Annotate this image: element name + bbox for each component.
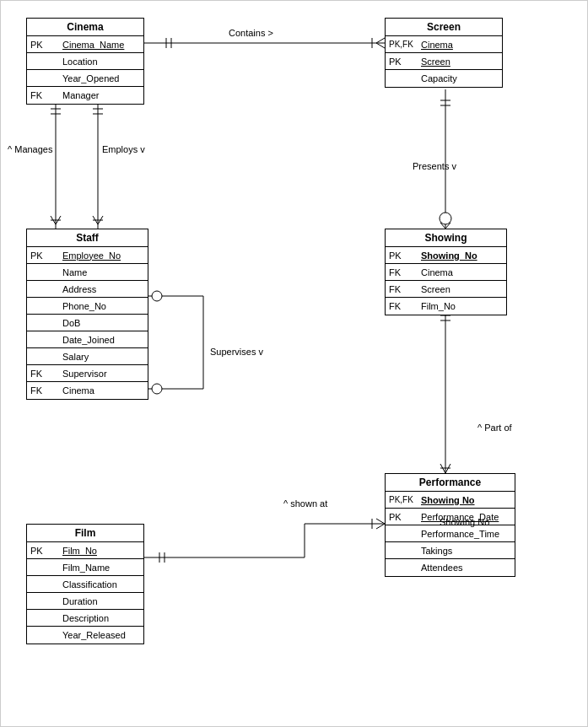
film-row-3: Duration (27, 593, 143, 610)
part-of-label: ^ Part of (477, 423, 512, 433)
presents-label: Presents v (413, 161, 456, 171)
cinema-entity: Cinema PK Cinema_Name Location Year_Open… (26, 18, 144, 105)
showing-title: Showing (386, 229, 506, 247)
svg-line-15 (93, 216, 98, 224)
svg-line-4 (376, 43, 385, 48)
showing-field-0: Showing_No (421, 250, 503, 261)
svg-point-28 (440, 213, 451, 224)
svg-line-43 (376, 524, 385, 529)
supervises-label: Supervises v (210, 347, 263, 357)
screen-title: Screen (386, 19, 502, 36)
cinema-field-1: Location (62, 57, 140, 67)
cinema-row-2: Year_Opened (27, 70, 143, 87)
film-title: Film (27, 525, 143, 542)
showing-field-3: Film_No (421, 301, 503, 311)
svg-line-9 (51, 216, 56, 224)
film-row-4: Description (27, 610, 143, 627)
staff-entity: Staff PK Employee_No Name Address Phone_… (26, 229, 148, 400)
staff-title: Staff (27, 229, 148, 247)
cinema-field-3: Manager (62, 90, 140, 100)
screen-key-1: PK (389, 57, 421, 67)
performance-field-2: Performance_Time (421, 529, 511, 539)
staff-row-7: FK Supervisor (27, 365, 148, 382)
shown-at-label: ^ shown at (283, 498, 327, 509)
svg-line-16 (98, 216, 103, 224)
screen-entity: Screen PK,FK Cinema PK Screen Capacity (385, 18, 503, 88)
screen-row-0: PK,FK Cinema (386, 36, 502, 53)
screen-field-1: Screen (421, 57, 499, 67)
employs-label: Employs v (102, 144, 145, 154)
staff-key-8: FK (30, 385, 62, 396)
svg-point-21 (152, 291, 162, 301)
film-key-0: PK (30, 546, 62, 556)
performance-row-4: Attendees (386, 559, 515, 576)
staff-row-8: FK Cinema (27, 382, 148, 399)
film-field-2: Classification (62, 579, 140, 590)
contains-label: Contains > (229, 28, 273, 38)
showing-field-2: Screen (421, 284, 503, 294)
svg-line-29 (440, 223, 445, 229)
staff-field-3: Phone_No (62, 301, 144, 311)
svg-line-30 (445, 223, 450, 229)
staff-row-3: Phone_No (27, 298, 148, 315)
screen-row-2: Capacity (386, 70, 502, 87)
staff-key-7: FK (30, 369, 62, 379)
showing-entity: Showing PK Showing_No FK Cinema FK Scree… (385, 229, 507, 315)
cinema-row-3: FK Manager (27, 87, 143, 104)
staff-row-0: PK Employee_No (27, 247, 148, 264)
performance-field-4: Attendees (421, 563, 511, 573)
performance-row-2: Performance_Time (386, 525, 515, 542)
showing-row-3: FK Film_No (386, 298, 506, 315)
cinema-key-0: PK (30, 40, 62, 50)
performance-field-0: Showing No (421, 495, 511, 505)
cinema-field-2: Year_Opened (62, 73, 140, 83)
diagram-container: Contains > ^ Manages Employs v Supervise… (0, 0, 588, 727)
staff-field-0: Employee_No (62, 250, 144, 261)
performance-row-0: PK,FK Showing No (386, 492, 515, 509)
screen-row-1: PK Screen (386, 53, 502, 70)
showing-row-0: PK Showing_No (386, 247, 506, 264)
screen-key-0: PK,FK (389, 40, 421, 49)
staff-row-6: Salary (27, 348, 148, 365)
staff-field-6: Salary (62, 352, 144, 362)
showing-key-3: FK (389, 301, 421, 311)
svg-point-22 (152, 384, 162, 394)
staff-row-2: Address (27, 281, 148, 298)
film-field-1: Film_Name (62, 563, 140, 573)
staff-field-2: Address (62, 284, 144, 294)
showing-row-2: FK Screen (386, 281, 506, 298)
film-field-0: Film_No (62, 546, 140, 556)
screen-field-0: Cinema (421, 40, 499, 50)
svg-line-3 (376, 38, 385, 43)
film-field-3: Duration (62, 596, 140, 606)
cinema-title: Cinema (27, 19, 143, 36)
performance-key-0: PK,FK (389, 495, 421, 504)
showing-no-detection: Showing No (440, 517, 489, 527)
film-row-5: Year_Released (27, 627, 143, 644)
cinema-key-3: FK (30, 90, 62, 100)
manages-label: ^ Manages (8, 144, 52, 154)
staff-field-8: Cinema (62, 385, 144, 396)
staff-field-7: Supervisor (62, 369, 144, 379)
showing-key-2: FK (389, 284, 421, 294)
performance-key-1: PK (389, 512, 421, 522)
showing-key-0: PK (389, 250, 421, 261)
cinema-field-0: Cinema_Name (62, 40, 140, 50)
performance-title: Performance (386, 474, 515, 492)
svg-line-35 (445, 464, 450, 473)
film-row-1: Film_Name (27, 559, 143, 576)
staff-field-5: Date_Joined (62, 335, 144, 345)
svg-line-10 (56, 216, 61, 224)
staff-field-4: DoB (62, 318, 144, 328)
film-row-0: PK Film_No (27, 542, 143, 559)
performance-field-3: Takings (421, 546, 511, 556)
film-row-2: Classification (27, 576, 143, 593)
staff-row-5: Date_Joined (27, 331, 148, 348)
cinema-row-0: PK Cinema_Name (27, 36, 143, 53)
staff-row-1: Name (27, 264, 148, 281)
staff-field-1: Name (62, 267, 144, 277)
performance-row-3: Takings (386, 542, 515, 559)
showing-row-1: FK Cinema (386, 264, 506, 281)
film-field-5: Year_Released (62, 630, 140, 640)
showing-key-1: FK (389, 267, 421, 277)
